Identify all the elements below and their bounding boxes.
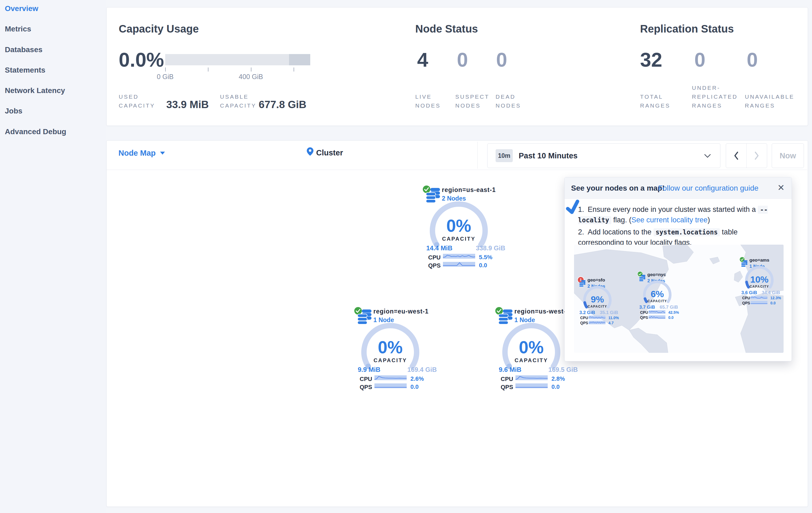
tooltip-steps: 1.Ensure every node in your cluster was … [578,204,783,249]
total-capacity: 338.9 GiB [462,244,505,252]
qps-value: 0.0 [479,262,487,269]
qps-sparkline [589,321,605,324]
qps-label: QPS [580,321,588,325]
sidebar-item-databases[interactable]: Databases [5,44,42,56]
cpu-label: CPU [580,316,588,320]
locality-name: region=us-west-1 [514,308,570,315]
cluster-summary-panel: Capacity Usage 0.0% 0 GiB 400 GiB USED C… [106,7,808,126]
locality-tree-link[interactable]: See current locality tree [632,216,708,224]
sidebar-item-advanced-debug[interactable]: Advanced Debug [5,126,66,138]
tooltip-title: See your nodes on a map! [571,184,665,192]
used-capacity: 9.6 MiB [499,366,521,374]
capacity-percent: 0% [355,338,425,357]
suspect-nodes-label: SUSPECT NODES [455,92,493,110]
qps-label: QPS [360,384,372,391]
dead-nodes-count: 0 [496,50,507,70]
cpu-sparkline [751,296,767,299]
tooltip-header: See your nodes on a map! Follow our conf… [564,178,791,199]
capacity-percent: 0% [496,338,566,357]
chevron-down-icon [704,154,711,158]
system-locations-code: system.locations [654,228,720,236]
time-step-forward-button[interactable] [747,143,767,168]
replication-status-title: Replication Status [640,23,734,35]
step-text: Add locations to the [588,228,654,236]
used-capacity: 3.7 GiB [639,305,655,310]
capacity-usage-percent: 0.0% [119,50,164,70]
map-node-ams: geo=ams 1 Node 10% CAPACITY 3.6 GiB 34.4… [739,254,783,308]
qps-value: 0.0 [551,383,560,390]
capacity-percent: 6% [642,289,673,299]
cpu-value: 5.5% [479,254,492,261]
under-replicated-ranges-count: 0 [694,50,705,70]
map-pin-icon [307,147,314,156]
dead-nodes-label: DEAD NODES [496,92,528,110]
sidebar-item-metrics[interactable]: Metrics [5,23,31,35]
total-capacity: 169.5 GiB [535,366,578,374]
chevron-right-icon [753,151,760,161]
cpu-value: 42.5% [668,310,679,315]
sidebar-item-jobs[interactable]: Jobs [5,105,22,117]
capacity-label: CAPACITY [642,299,673,303]
now-button[interactable]: Now [772,143,804,168]
tooltip-step-1: 1.Ensure every node in your cluster was … [578,204,783,225]
time-step-back-button[interactable] [726,143,747,168]
qps-sparkline [516,383,548,388]
live-nodes-count: 4 [417,50,428,70]
step-text: ) [707,216,710,224]
qps-value: 4.7 [608,321,613,325]
sidebar-item-overview[interactable]: Overview [5,3,38,15]
qps-value: 0.0 [771,301,776,305]
capacity-usage-bar [165,54,310,65]
breadcrumb-cluster[interactable]: Cluster [316,148,343,157]
close-icon[interactable]: ✕ [777,183,785,192]
used-capacity-value: 33.9 MiB [166,99,209,110]
locality-name: region=eu-west-1 [373,308,429,315]
used-capacity: 3.2 GiB [579,310,595,315]
sidebar-item-network-latency[interactable]: Network Latency [5,85,65,97]
cpu-label: CPU [640,310,648,315]
usable-capacity-value: 677.8 GiB [259,99,307,110]
map-preview: 1 geo=sfo 2 Nodes 9% CAPACITY 3.2 GiB 35… [574,245,784,353]
qps-label: QPS [742,301,750,305]
cpu-sparkline [374,375,407,380]
chevron-down-icon [160,152,165,155]
capacity-percent: 10% [744,274,775,285]
toolbar-divider [477,142,477,168]
qps-sparkline [374,383,407,388]
configuration-guide-link[interactable]: Follow our configuration guide [658,184,758,192]
cpu-sparkline [589,316,605,319]
capacity-percent: 0% [424,216,494,236]
sidebar-item-statements[interactable]: Statements [5,64,46,76]
sidebar: Overview Metrics Databases Statements Ne… [0,0,106,513]
cpu-label: CPU [742,296,750,300]
node-map-panel: Node Map Cluster 10m Past 10 Minutes [106,140,808,507]
map-node-name: geo=nyc [647,272,666,277]
cpu-value: 2.6% [410,375,424,382]
map-node-name: geo=sfo [587,277,605,283]
view-mode-dropdown[interactable]: Node Map [118,149,165,158]
used-capacity-label: USED CAPACITY [119,92,159,110]
map-toolbar: Node Map Cluster 10m Past 10 Minutes [107,141,807,170]
capacity-label: CAPACITY [744,285,775,289]
suspect-nodes-count: 0 [457,50,468,70]
cpu-label: CPU [501,376,513,383]
time-range-badge: 10m [496,149,513,162]
unavailable-ranges-label: UNAVAILABLE RANGES [745,92,799,110]
map-node-nyc: geo=nyc 2 Nodes 6% CAPACITY 3.7 GiB 65.7… [637,269,681,323]
axis-tick [208,68,208,72]
time-range-selector[interactable]: 10m Past 10 Minutes [487,143,720,168]
axis-tick [165,68,166,72]
under-replicated-ranges-label: UNDER-REPLICATED RANGES [692,83,744,110]
step-number: 1. [578,204,588,215]
chevron-left-icon [733,151,740,161]
capacity-usage-title: Capacity Usage [119,23,199,35]
qps-sparkline [751,301,767,304]
cpu-value: 11.0% [608,316,619,320]
step-text: flag. ( [611,216,632,224]
node-status-title: Node Status [415,23,478,35]
total-capacity: 35.1 GiB [598,310,618,315]
capacity-bar-reserved-segment [289,54,310,65]
qps-label: QPS [428,262,440,269]
capacity-label: CAPACITY [496,357,566,363]
cluster-overview-page: Overview Metrics Databases Statements Ne… [0,0,812,513]
